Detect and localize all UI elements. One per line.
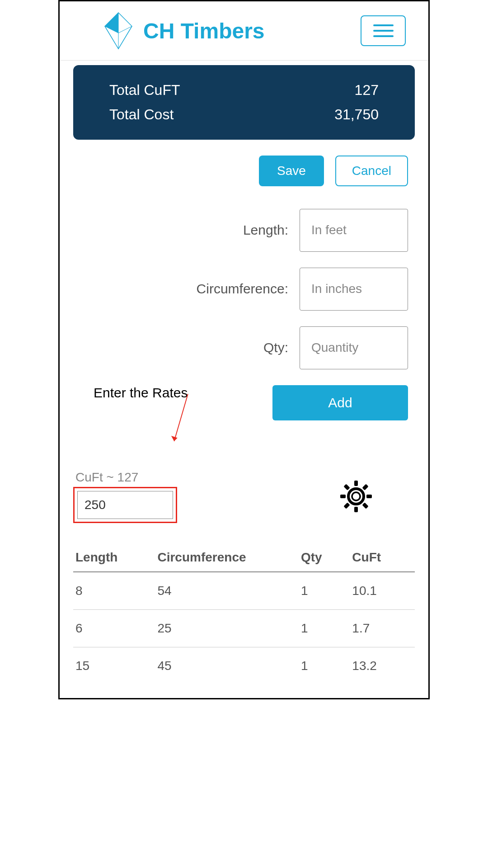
- cell-circumference: 25: [155, 609, 299, 647]
- table-row[interactable]: 8 54 1 10.1: [73, 572, 415, 610]
- th-length: Length: [73, 543, 155, 572]
- total-cost-row: Total Cost 31,750: [109, 102, 379, 127]
- brand-name: CH Timbers: [143, 19, 265, 43]
- table-row[interactable]: 15 45 1 13.2: [73, 647, 415, 684]
- svg-rect-8: [343, 484, 350, 491]
- cancel-button[interactable]: Cancel: [335, 156, 408, 186]
- total-cuft-row: Total CuFT 127: [109, 78, 379, 102]
- length-row: Length:: [73, 209, 415, 252]
- save-button[interactable]: Save: [259, 156, 324, 186]
- circumference-input[interactable]: [300, 268, 408, 311]
- menu-button[interactable]: [361, 15, 406, 46]
- total-cuft-label: Total CuFT: [109, 78, 180, 102]
- svg-rect-9: [362, 503, 368, 509]
- cell-qty: 1: [299, 647, 350, 684]
- gear-icon[interactable]: [338, 478, 374, 514]
- logo-section: CH Timbers: [100, 10, 265, 51]
- app-header: CH Timbers: [60, 1, 428, 61]
- rate-input[interactable]: [77, 491, 173, 519]
- svg-rect-2: [354, 481, 358, 486]
- action-buttons-row: Save Cancel: [73, 156, 415, 186]
- diamond-logo-icon: [100, 10, 136, 51]
- circumference-label: Circumference:: [197, 281, 288, 297]
- cell-circumference: 45: [155, 647, 299, 684]
- cell-length: 8: [73, 572, 155, 610]
- svg-rect-5: [366, 495, 372, 498]
- svg-line-0: [174, 394, 188, 441]
- total-cuft-value: 127: [355, 78, 379, 102]
- hamburger-icon: [373, 24, 394, 26]
- cuft-input-group: CuFt ~ 127: [73, 470, 177, 523]
- cell-cuft: 13.2: [350, 647, 415, 684]
- th-circumference: Circumference: [155, 543, 299, 572]
- qty-row: Qty:: [73, 326, 415, 369]
- length-input[interactable]: [300, 209, 408, 252]
- cell-length: 6: [73, 609, 155, 647]
- cell-length: 15: [73, 647, 155, 684]
- rate-input-highlight: [73, 487, 177, 523]
- add-button[interactable]: Add: [272, 385, 408, 420]
- svg-rect-4: [340, 495, 346, 498]
- circumference-row: Circumference:: [73, 268, 415, 311]
- entries-table: Length Circumference Qty CuFt 8 54 1 10.…: [73, 543, 415, 684]
- svg-rect-7: [343, 503, 350, 509]
- cell-qty: 1: [299, 609, 350, 647]
- th-qty: Qty: [299, 543, 350, 572]
- main-content: Total CuFT 127 Total Cost 31,750 Save Ca…: [60, 61, 428, 698]
- qty-input[interactable]: [300, 326, 408, 369]
- cell-circumference: 54: [155, 572, 299, 610]
- cuft-section: CuFt ~ 127: [73, 470, 415, 523]
- cell-cuft: 1.7: [350, 609, 415, 647]
- cell-qty: 1: [299, 572, 350, 610]
- qty-label: Qty:: [263, 340, 288, 355]
- length-label: Length:: [243, 222, 288, 238]
- cell-cuft: 10.1: [350, 572, 415, 610]
- arrow-icon: [168, 392, 195, 446]
- svg-rect-6: [362, 484, 368, 491]
- total-cost-value: 31,750: [334, 102, 379, 127]
- svg-marker-1: [171, 436, 178, 441]
- table-header-row: Length Circumference Qty CuFt: [73, 543, 415, 572]
- th-cuft: CuFt: [350, 543, 415, 572]
- totals-panel: Total CuFT 127 Total Cost 31,750: [73, 65, 415, 140]
- total-cost-label: Total Cost: [109, 102, 174, 127]
- table-row[interactable]: 6 25 1 1.7: [73, 609, 415, 647]
- add-section: Enter the Rates Add: [73, 385, 415, 420]
- svg-rect-3: [354, 507, 358, 512]
- cuft-per-label: CuFt ~ 127: [73, 470, 177, 485]
